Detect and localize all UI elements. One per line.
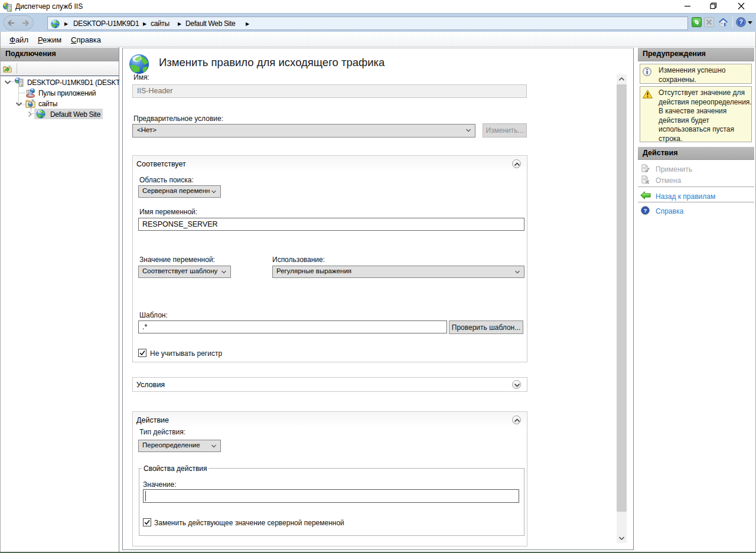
svg-text:?: ?	[739, 18, 743, 25]
svg-text:?: ?	[643, 207, 647, 214]
